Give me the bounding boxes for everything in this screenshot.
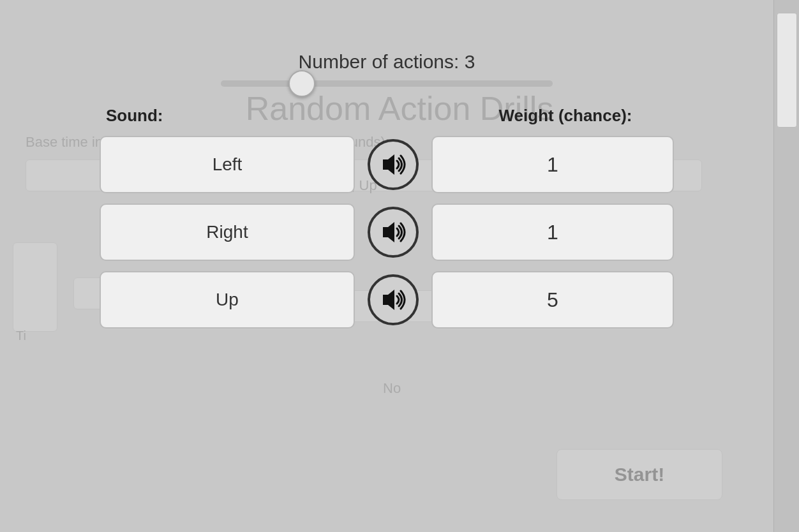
speaker-icon-right — [379, 218, 407, 246]
sound-button-up[interactable]: Up — [100, 271, 355, 329]
actions-table-header: Sound: Weight (chance): — [100, 106, 674, 126]
svg-marker-0 — [383, 154, 394, 175]
sound-button-right[interactable]: Right — [100, 203, 355, 261]
weight-input-left[interactable]: 1 — [431, 136, 674, 193]
speaker-button-left[interactable] — [368, 139, 419, 190]
weight-column-header: Weight (chance): — [463, 106, 668, 126]
speaker-icon-left — [379, 151, 407, 179]
speaker-button-up[interactable] — [368, 274, 419, 325]
slider-label: Number of actions: 3 — [299, 51, 475, 73]
slider-section: Number of actions: 3 — [195, 51, 578, 87]
svg-marker-1 — [383, 222, 394, 242]
sound-column-header: Sound: — [106, 106, 361, 126]
weight-input-right[interactable]: 1 — [431, 203, 674, 261]
weight-input-up[interactable]: 5 — [431, 271, 674, 329]
sound-button-left[interactable]: Left — [100, 136, 355, 193]
svg-marker-2 — [383, 290, 394, 310]
speaker-button-right[interactable] — [368, 207, 419, 258]
actions-count-slider[interactable] — [221, 80, 553, 87]
scrollbar-thumb[interactable] — [777, 13, 797, 128]
action-row-up: Up 5 — [100, 271, 674, 329]
action-row-left: Left 1 — [100, 136, 674, 193]
scrollbar[interactable] — [773, 0, 799, 532]
main-panel: Number of actions: 3 Sound: Weight (chan… — [0, 0, 773, 532]
action-row-right: Right 1 — [100, 203, 674, 261]
speaker-icon-up — [379, 286, 407, 314]
actions-table: Sound: Weight (chance): Left 1 — [100, 106, 674, 329]
